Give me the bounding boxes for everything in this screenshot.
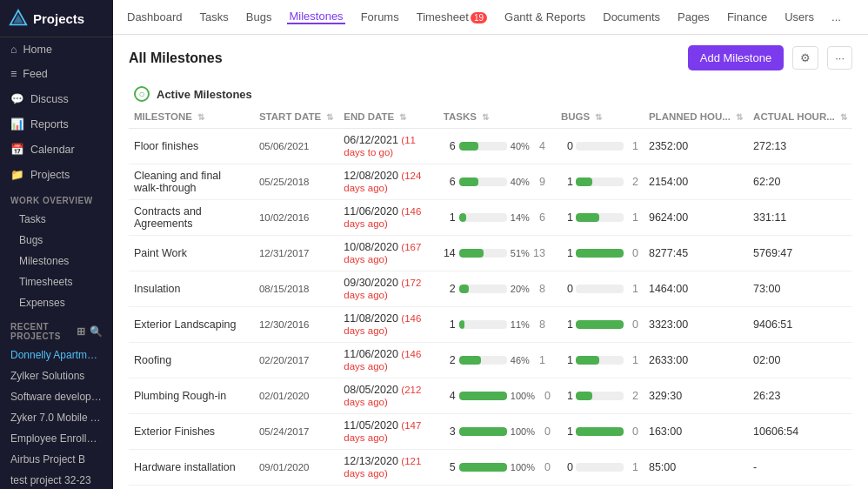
actual-hours: 9406:51 bbox=[748, 307, 852, 343]
planned-hours: 2633:00 bbox=[644, 343, 748, 378]
actual-hours: 331:11 bbox=[748, 200, 852, 236]
sidebar-project-software-developers-[interactable]: Software developers re bbox=[0, 386, 113, 407]
sidebar-item-milestones[interactable]: Milestones bbox=[0, 251, 113, 271]
col-milestone[interactable]: MILESTONE ⇅ bbox=[129, 105, 254, 129]
actual-hours: - bbox=[748, 450, 852, 486]
nav-documents[interactable]: Documents bbox=[601, 10, 662, 23]
logo[interactable]: Projects bbox=[0, 0, 113, 37]
nav-pages[interactable]: Pages bbox=[676, 10, 711, 23]
sidebar-nav-reports[interactable]: 📊 Reports bbox=[0, 111, 113, 137]
start-date: 05/24/2017 bbox=[254, 414, 338, 450]
bugs-cell: 0 1 bbox=[556, 450, 644, 486]
end-date: 11/05/2020 (147 days ago) bbox=[338, 414, 438, 450]
nav-timesheet[interactable]: Timesheet19 bbox=[415, 10, 489, 23]
table-row: Floor finishes 05/06/2021 06/12/2021 (11… bbox=[129, 129, 852, 164]
sidebar-nav-calendar[interactable]: 📅 Calendar bbox=[0, 137, 113, 162]
col-planned-hours[interactable]: PLANNED HOU... ⇅ bbox=[644, 105, 748, 129]
actual-hours: 73:00 bbox=[748, 271, 852, 307]
tasks-cell: 6 40% 4 bbox=[438, 129, 556, 164]
recent-projects-label: RECENT PROJECTS bbox=[10, 322, 77, 341]
tasks-cell: 5 100% 0 bbox=[438, 450, 556, 486]
tasks-cell: 1 14% 6 bbox=[438, 200, 556, 236]
bugs-cell: 1 0 bbox=[556, 414, 644, 450]
sidebar: Projects ⌂ Home ≡ Feed 💬 Discuss 📊 Repor… bbox=[0, 0, 113, 489]
nav-dashboard[interactable]: Dashboard bbox=[125, 10, 184, 23]
table-row: Hardware installation 09/01/2020 12/13/2… bbox=[129, 450, 852, 486]
sidebar-project-zylker-solutions[interactable]: Zylker Solutions bbox=[0, 365, 113, 386]
sidebar-item-bugs[interactable]: Bugs bbox=[0, 230, 113, 251]
end-date: 08/05/2020 (212 days ago) bbox=[338, 378, 438, 414]
sidebar-nav-feed[interactable]: ≡ Feed bbox=[0, 62, 113, 86]
sidebar-project-zyker-7.0-mobile-app[interactable]: Zyker 7.0 Mobile App bbox=[0, 407, 113, 428]
filter-button[interactable]: ⚙ bbox=[792, 46, 818, 70]
start-date: 10/02/2016 bbox=[254, 200, 338, 236]
actual-hours: 10606:54 bbox=[748, 414, 852, 450]
actual-hours: 26:23 bbox=[748, 378, 852, 414]
col-bugs[interactable]: BUGS ⇅ bbox=[556, 105, 644, 129]
start-date: 12/30/2016 bbox=[254, 307, 338, 343]
milestones-table-wrap: ○ Active Milestones MILESTONE ⇅ START DA… bbox=[113, 79, 868, 489]
tasks-cell: 2 20% 8 bbox=[438, 271, 556, 307]
col-tasks[interactable]: TASKS ⇅ bbox=[438, 105, 556, 129]
start-date: 09/01/2020 bbox=[254, 450, 338, 486]
nav-gantt[interactable]: Gantt & Reports bbox=[503, 10, 587, 23]
sidebar-nav-discuss-label: Discuss bbox=[30, 93, 69, 105]
sidebar-item-expenses[interactable]: Expenses bbox=[0, 292, 113, 313]
projects-icon: 📁 bbox=[10, 168, 24, 181]
table-row: Insulation 08/15/2018 09/30/2020 (172 da… bbox=[129, 271, 852, 307]
sidebar-nav-projects-label: Projects bbox=[30, 169, 70, 181]
sidebar-project-airbus-project-b[interactable]: Airbus Project B bbox=[0, 449, 113, 470]
milestone-name[interactable]: Floor finishes bbox=[129, 129, 254, 164]
milestone-name[interactable]: Exterior Landscaping bbox=[129, 307, 254, 343]
nav-forums[interactable]: Forums bbox=[359, 10, 401, 23]
nav-bugs[interactable]: Bugs bbox=[244, 10, 274, 23]
start-date: 05/06/2021 bbox=[254, 129, 338, 164]
sidebar-nav-calendar-label: Calendar bbox=[30, 144, 75, 156]
milestone-name[interactable]: Insulation bbox=[129, 271, 254, 307]
table-row: Cleaning and final walk-through 05/25/20… bbox=[129, 164, 852, 200]
col-end-date[interactable]: END DATE ⇅ bbox=[338, 105, 438, 129]
list-view-icon[interactable]: ⊞ bbox=[77, 325, 86, 338]
sidebar-item-timesheets[interactable]: Timesheets bbox=[0, 271, 113, 292]
sidebar-nav-discuss[interactable]: 💬 Discuss bbox=[0, 86, 113, 111]
planned-hours: 2352:00 bbox=[644, 129, 748, 164]
col-actual-hours[interactable]: ACTUAL HOUR... ⇅ bbox=[748, 105, 852, 129]
more-options-button[interactable]: ··· bbox=[827, 46, 852, 70]
logo-icon bbox=[9, 9, 28, 28]
end-date: 12/08/2020 (124 days ago) bbox=[338, 164, 438, 200]
nav-tasks[interactable]: Tasks bbox=[198, 10, 230, 23]
content-area: All Milestones Add Milestone ⚙ ··· ○ Act… bbox=[113, 35, 868, 489]
content-header: All Milestones Add Milestone ⚙ ··· bbox=[113, 35, 868, 79]
nav-milestones[interactable]: Milestones bbox=[287, 10, 344, 24]
sidebar-item-tasks[interactable]: Tasks bbox=[0, 209, 113, 230]
page-title: All Milestones bbox=[129, 50, 223, 66]
tasks-cell: 14 51% 13 bbox=[438, 236, 556, 271]
sidebar-project-donnelly-apartments-[interactable]: Donnelly Apartments C bbox=[0, 345, 113, 365]
col-start-date[interactable]: START DATE ⇅ bbox=[254, 105, 338, 129]
add-milestone-button[interactable]: Add Milestone bbox=[688, 45, 784, 70]
sidebar-nav-home[interactable]: ⌂ Home bbox=[0, 37, 113, 62]
sidebar-project-test-project-32-23[interactable]: test project 32-23 bbox=[0, 470, 113, 489]
milestone-name[interactable]: Hardware installation bbox=[129, 450, 254, 486]
start-date: 05/25/2018 bbox=[254, 164, 338, 200]
recent-projects-section: RECENT PROJECTS ⊞ 🔍 bbox=[0, 313, 113, 345]
search-projects-icon[interactable]: 🔍 bbox=[90, 325, 103, 338]
milestone-name[interactable]: Paint Work bbox=[129, 236, 254, 271]
sidebar-project-employee-enrollment[interactable]: Employee Enrollment bbox=[0, 428, 113, 449]
bugs-cell: 0 1 bbox=[556, 271, 644, 307]
nav-users[interactable]: Users bbox=[783, 10, 816, 23]
milestone-name[interactable]: Exterior Finishes bbox=[129, 414, 254, 450]
active-section-header: ○ Active Milestones bbox=[129, 79, 852, 105]
planned-hours: 8277:45 bbox=[644, 236, 748, 271]
milestone-name[interactable]: Plumbing Rough-in bbox=[129, 378, 254, 414]
milestone-name[interactable]: Cleaning and final walk-through bbox=[129, 164, 254, 200]
milestone-name[interactable]: Roofing bbox=[129, 343, 254, 378]
end-date: 11/08/2020 (146 days ago) bbox=[338, 307, 438, 343]
main-area: Dashboard Tasks Bugs Milestones Forums T… bbox=[113, 0, 868, 489]
actual-hours: 5769:47 bbox=[748, 236, 852, 271]
planned-hours: 163:00 bbox=[644, 414, 748, 450]
nav-more[interactable]: ... bbox=[830, 10, 843, 23]
sidebar-nav-projects[interactable]: 📁 Projects bbox=[0, 162, 113, 187]
milestone-name[interactable]: Contracts and Agreements bbox=[129, 200, 254, 236]
nav-finance[interactable]: Finance bbox=[725, 10, 769, 23]
